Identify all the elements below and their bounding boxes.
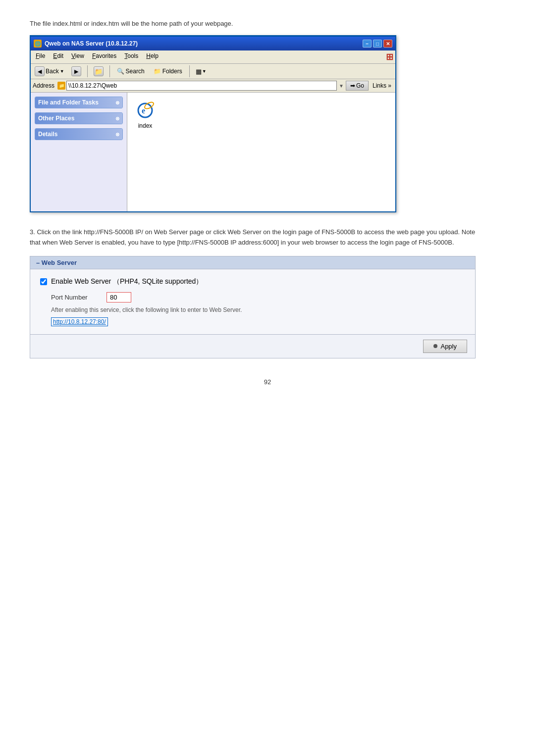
window-icon: 🌐 bbox=[34, 40, 42, 48]
other-places-label: Other Places bbox=[38, 115, 74, 122]
intro-text: The file index.html or index.htm will be… bbox=[30, 20, 505, 27]
go-label: Go bbox=[356, 82, 364, 89]
address-label: Address bbox=[33, 82, 54, 89]
enable-web-server-label: Enable Web Server （PHP4, SQLite supporte… bbox=[51, 277, 203, 286]
details-label: Details bbox=[38, 131, 57, 138]
section3-number: 3. bbox=[30, 228, 35, 236]
minimize-button[interactable]: – bbox=[363, 40, 372, 48]
section3-content: Click on the link http://FNS-5000B IP/ o… bbox=[30, 228, 475, 246]
folders-label: Folders bbox=[162, 68, 182, 75]
sidebar-section-details: Details ⊗ bbox=[35, 128, 123, 140]
folders-button[interactable]: 📁 Folders bbox=[151, 67, 185, 76]
windows-logo-icon: ⊞ bbox=[386, 51, 393, 62]
back-button[interactable]: ◀ Back ▼ bbox=[33, 65, 66, 77]
address-bar: Address 📁 ▼ ➡ Go Links » bbox=[31, 79, 395, 93]
port-input[interactable] bbox=[107, 292, 131, 302]
enable-web-server-checkbox[interactable] bbox=[40, 278, 47, 285]
port-row: Port Number bbox=[51, 292, 465, 302]
search-label: Search bbox=[126, 68, 145, 75]
title-bar: 🌐 Qweb on NAS Server (10.8.12.27) – □ ✕ bbox=[31, 37, 395, 50]
other-places-chevron: ⊗ bbox=[115, 116, 119, 121]
go-button[interactable]: ➡ Go bbox=[346, 81, 369, 91]
close-button[interactable]: ✕ bbox=[383, 40, 392, 48]
links-chevron-icon: » bbox=[388, 82, 391, 89]
other-places-header[interactable]: Other Places ⊗ bbox=[35, 113, 122, 124]
forward-arrow-icon: ▶ bbox=[71, 66, 81, 76]
file-folder-tasks-header[interactable]: File and Folder Tasks ⊗ bbox=[35, 97, 122, 108]
panel-header: – Web Server bbox=[30, 256, 475, 269]
explorer-sidebar: File and Folder Tasks ⊗ Other Places ⊗ D… bbox=[31, 93, 127, 211]
menu-file[interactable]: File bbox=[33, 51, 48, 62]
explorer-content: File and Folder Tasks ⊗ Other Places ⊗ D… bbox=[31, 93, 395, 211]
toolbar-separator-1 bbox=[87, 65, 88, 77]
file-area: e index bbox=[127, 93, 395, 211]
ie-file-icon: e bbox=[135, 101, 155, 120]
links-button[interactable]: Links » bbox=[371, 81, 393, 90]
menu-help[interactable]: Help bbox=[143, 51, 161, 62]
menu-tools[interactable]: Tools bbox=[121, 51, 141, 62]
toolbar-separator-3 bbox=[189, 65, 190, 77]
maximize-button[interactable]: □ bbox=[373, 40, 382, 48]
address-icon: 📁 bbox=[57, 82, 65, 90]
file-folder-tasks-chevron: ⊗ bbox=[115, 100, 119, 105]
back-dropdown-icon: ▼ bbox=[60, 69, 64, 74]
explorer-window: 🌐 Qweb on NAS Server (10.8.12.27) – □ ✕ … bbox=[30, 35, 396, 212]
details-chevron: ⊗ bbox=[115, 132, 119, 137]
address-input[interactable] bbox=[66, 81, 337, 91]
views-button[interactable]: ▦ ▼ bbox=[194, 67, 209, 76]
forward-button[interactable]: ▶ bbox=[69, 65, 83, 77]
back-arrow-icon: ◀ bbox=[35, 66, 45, 76]
file-item-index[interactable]: e index bbox=[135, 101, 155, 129]
search-icon: 🔍 bbox=[117, 68, 124, 75]
views-dropdown-icon: ▼ bbox=[202, 69, 207, 74]
port-label: Port Number bbox=[51, 294, 101, 301]
folders-icon: 📁 bbox=[154, 68, 161, 75]
up-button[interactable]: 📁 bbox=[92, 65, 106, 77]
search-button[interactable]: 🔍 Search bbox=[114, 67, 148, 76]
menu-edit[interactable]: Edit bbox=[50, 51, 66, 62]
apply-dot-icon bbox=[433, 344, 437, 348]
apply-label: Apply bbox=[440, 343, 457, 350]
note-text: After enabling this service, click the f… bbox=[51, 306, 465, 313]
file-label-index: index bbox=[138, 122, 153, 129]
back-label: Back bbox=[46, 68, 59, 75]
panel-header-label: – Web Server bbox=[36, 259, 77, 266]
up-arrow-icon: 📁 bbox=[94, 66, 104, 76]
file-folder-tasks-label: File and Folder Tasks bbox=[38, 99, 99, 106]
go-arrow-icon: ➡ bbox=[350, 82, 355, 89]
title-bar-left: 🌐 Qweb on NAS Server (10.8.12.27) bbox=[34, 40, 138, 48]
sidebar-section-file-folder-tasks: File and Folder Tasks ⊗ bbox=[35, 97, 123, 108]
menu-bar: File Edit View Favorites Tools Help ⊞ bbox=[31, 50, 395, 64]
menu-view[interactable]: View bbox=[68, 51, 87, 62]
web-server-panel: – Web Server Enable Web Server （PHP4, SQ… bbox=[30, 256, 476, 358]
panel-footer: Apply bbox=[30, 334, 475, 358]
address-input-wrap: 📁 bbox=[57, 81, 337, 91]
window-title: Qweb on NAS Server (10.8.12.27) bbox=[45, 40, 138, 47]
menu-favorites[interactable]: Favorites bbox=[89, 51, 119, 62]
address-dropdown-icon[interactable]: ▼ bbox=[339, 83, 344, 89]
toolbar-separator-2 bbox=[109, 65, 110, 77]
links-label: Links bbox=[373, 82, 386, 89]
details-header[interactable]: Details ⊗ bbox=[35, 129, 122, 140]
views-icon: ▦ bbox=[196, 68, 202, 75]
enable-checkbox-row: Enable Web Server （PHP4, SQLite supporte… bbox=[40, 277, 465, 286]
toolbar: ◀ Back ▼ ▶ 📁 🔍 Search 📁 Folders ▦ ▼ bbox=[31, 64, 395, 79]
page-number: 92 bbox=[30, 378, 505, 386]
sidebar-section-other-places: Other Places ⊗ bbox=[35, 112, 123, 124]
web-server-link[interactable]: http://10.8.12.27:80/ bbox=[51, 317, 108, 326]
apply-button[interactable]: Apply bbox=[423, 340, 467, 353]
title-bar-buttons: – □ ✕ bbox=[363, 40, 392, 48]
section3-text: 3. Click on the link http://FNS-5000B IP… bbox=[30, 227, 476, 248]
panel-body: Enable Web Server （PHP4, SQLite supporte… bbox=[30, 269, 475, 334]
